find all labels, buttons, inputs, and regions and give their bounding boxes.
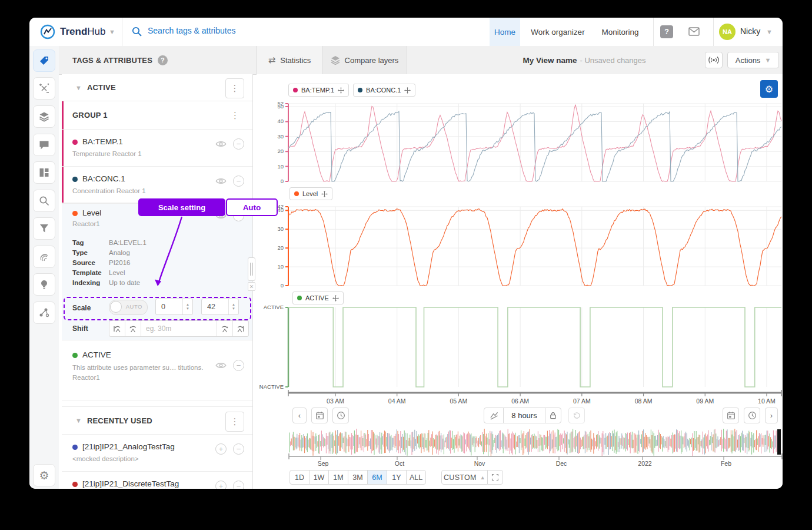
timeline-overview[interactable]: SepOctNovDec2022Feb	[288, 429, 783, 466]
chevron-down-icon[interactable]: ▼	[75, 84, 82, 91]
live-broadcast-button[interactable]	[705, 52, 723, 68]
section-recently-used[interactable]: ▼ RECENTLY USED ⋮	[62, 406, 252, 435]
tab-compare-layers[interactable]: Compare layers	[322, 46, 407, 74]
range-button-1w[interactable]: 1W	[309, 470, 329, 485]
nav-monitoring[interactable]: Monitoring	[597, 18, 644, 46]
eye-icon[interactable]	[215, 140, 227, 148]
avatar[interactable]: NA	[719, 24, 736, 40]
group-header[interactable]: GROUP 1 ⋮	[62, 101, 252, 130]
eye-icon[interactable]	[215, 177, 227, 185]
remove-icon[interactable]: −	[233, 175, 244, 187]
panel-help-icon[interactable]: ?	[158, 55, 168, 65]
fit-range-button[interactable]	[487, 470, 503, 485]
eye-icon[interactable]	[215, 362, 227, 369]
tag-row[interactable]: [21ip]IP21_AnalogTestTag <mocked descrip…	[62, 435, 252, 472]
duration-label-button[interactable]: 8 hours	[503, 408, 545, 423]
nav-home[interactable]: Home	[490, 18, 520, 46]
legend-chip[interactable]: BA:CONC.1	[353, 84, 415, 97]
legend-chip[interactable]: BA:TEMP.1	[288, 84, 349, 97]
rail-connections-button[interactable]	[33, 302, 55, 324]
move-icon[interactable]	[404, 87, 411, 94]
shift-far-left-button[interactable]	[109, 321, 125, 336]
user-chevron-down-icon[interactable]: ▼	[766, 28, 773, 35]
custom-range-button[interactable]: CUSTOM▲	[441, 470, 488, 485]
tag-row[interactable]: BA:TEMP.1 Temperature Reactor 1 −	[62, 130, 252, 167]
start-calendar-button[interactable]	[311, 408, 328, 423]
range-button-1m[interactable]: 1M	[328, 470, 348, 485]
brand-chevron-down-icon[interactable]: ▼	[109, 28, 115, 35]
tag-row-expanded[interactable]: Level Reactor1 − TagBA:LEVEL.1 TypeAnalo…	[62, 203, 252, 340]
rail-dashboard-button[interactable]	[33, 161, 55, 184]
end-time-button[interactable]	[744, 408, 760, 423]
rail-fingerprint-button[interactable]	[33, 246, 55, 268]
remove-icon[interactable]: −	[233, 360, 244, 371]
rail-search-button[interactable]	[33, 190, 55, 212]
tab-statistics[interactable]: ⇄ Statistics	[256, 46, 323, 74]
chevron-down-icon[interactable]: ▼	[75, 417, 82, 424]
section-active[interactable]: ▼ ACTIVE ⋮	[62, 74, 252, 101]
shift-left-button[interactable]	[125, 321, 141, 336]
range-button-1d[interactable]: 1D	[289, 470, 310, 485]
section-menu-button[interactable]: ⋮	[225, 412, 244, 432]
shift-right-button[interactable]	[217, 321, 232, 336]
callout-scale-setting: Scale setting	[138, 198, 225, 216]
move-icon[interactable]	[338, 87, 344, 94]
help-icon[interactable]: ?	[660, 25, 673, 38]
rail-layers-button[interactable]	[33, 105, 55, 128]
legend-chip[interactable]: Level	[289, 187, 332, 200]
stepper-arrows[interactable]: ▲▼	[182, 299, 192, 314]
rail-filter-button[interactable]	[33, 217, 55, 240]
trend-compare-button[interactable]	[484, 408, 504, 423]
panel-collapse-button[interactable]: ✕	[248, 282, 255, 291]
scale-auto-toggle[interactable]: AUTO	[109, 300, 148, 315]
range-button-1y[interactable]: 1Y	[387, 470, 407, 485]
section-menu-button[interactable]: ⋮	[225, 78, 244, 98]
remove-icon[interactable]: −	[233, 443, 244, 455]
end-calendar-button[interactable]	[723, 408, 739, 423]
group-name: GROUP 1	[72, 111, 108, 120]
scale-max-value[interactable]	[202, 299, 228, 314]
legend-chip[interactable]: ACTIVE	[292, 292, 344, 304]
rail-tags-button[interactable]	[33, 49, 55, 72]
divider	[713, 18, 714, 46]
stepper-arrows[interactable]: ▲▼	[228, 299, 238, 314]
user-name[interactable]: Nicky	[740, 26, 760, 36]
move-icon[interactable]	[321, 191, 328, 197]
rail-calculations-button[interactable]	[33, 77, 55, 100]
pan-right-button[interactable]: ›	[765, 408, 778, 423]
chart-settings-button[interactable]: ⚙	[760, 80, 778, 98]
trend-chart-analog[interactable]: 0102030405052	[259, 96, 783, 186]
trend-chart-level[interactable]: 01020304042	[259, 202, 783, 290]
group-menu-icon[interactable]: ⋮	[231, 110, 239, 121]
add-icon[interactable]: +	[215, 443, 227, 455]
tag-row[interactable]: [21ip]IP21_DiscreteTestTag + −	[62, 472, 252, 489]
search-input[interactable]	[147, 25, 314, 36]
panel-resize-handle[interactable]	[248, 257, 255, 281]
tag-row[interactable]: BA:CONC.1 Concentration Reactor 1 −	[62, 167, 252, 203]
rail-settings-button[interactable]: ⚙	[33, 464, 55, 486]
mail-icon[interactable]	[688, 27, 700, 36]
range-button-all[interactable]: ALL	[406, 470, 426, 485]
trend-chart-digital[interactable]: ACTIVEINACTIVE	[259, 303, 783, 392]
shift-far-right-button[interactable]	[232, 321, 248, 336]
remove-icon[interactable]: −	[233, 138, 244, 150]
move-icon[interactable]	[332, 295, 339, 302]
rail-ideas-button[interactable]	[33, 273, 55, 296]
pan-left-button[interactable]: ‹	[292, 408, 307, 423]
rail-comments-button[interactable]	[33, 134, 55, 156]
trendhub-logo-icon	[40, 24, 55, 39]
revert-time-button[interactable]	[568, 408, 585, 423]
scale-min-value[interactable]	[156, 299, 182, 314]
add-icon[interactable]: +	[215, 481, 227, 489]
range-button-3m[interactable]: 3M	[348, 470, 368, 485]
remove-icon[interactable]: −	[233, 481, 244, 489]
scale-max-input[interactable]: ▲▼	[201, 299, 239, 315]
start-time-button[interactable]	[332, 408, 349, 423]
scale-min-input[interactable]: ▲▼	[155, 299, 193, 315]
nav-work-organizer[interactable]: Work organizer	[527, 18, 588, 46]
attribute-row[interactable]: ACTIVE This attribute uses parameter su……	[62, 340, 252, 400]
lock-duration-button[interactable]	[545, 408, 561, 423]
range-button-6m[interactable]: 6M	[367, 470, 387, 485]
actions-button[interactable]: Actions▼	[727, 52, 779, 68]
shift-duration-input[interactable]	[141, 321, 217, 336]
